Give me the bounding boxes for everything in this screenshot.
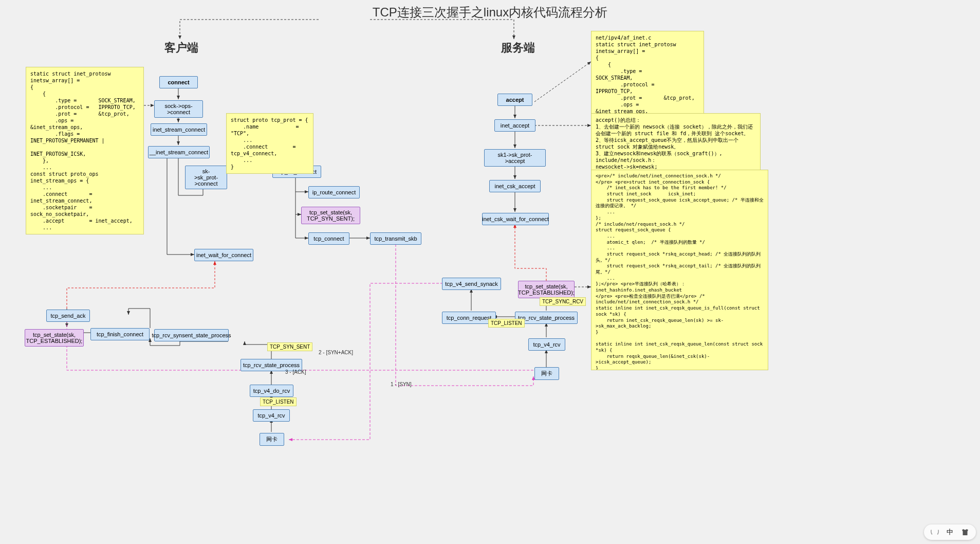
horns-icon[interactable] [930,528,939,536]
node-tcp-v4-do-rcv[interactable]: tcp_v4_do_rcv [250,385,293,397]
node-tcp-connect[interactable]: tcp_connect [308,232,349,245]
server-heading: 服务端 [501,40,535,56]
node-tcp-v4-rcv-client[interactable]: tcp_v4_rcv [253,409,290,422]
label-syn-ack: 2 - [SYN+ACK] [319,350,353,355]
tshirt-icon[interactable] [960,528,970,536]
note-inetsw-array-client: static struct inet_protosw inetsw_array[… [26,67,144,234]
label-tcp-listen-client: TCP_LISTEN [260,397,297,406]
node-tcp-set-state-established-client[interactable]: tcp_set_state(sk, TCP_ESTABLISHED); [25,329,84,347]
label-ack: 3 - [ACK] [285,369,306,375]
label-tcp-listen-server: TCP_LISTEN [488,319,525,328]
note-request-sock: <pre>/* include/net/inet_connection_sock… [591,170,768,370]
node-__inet-stream-connect[interactable]: __inet_stream_connect [148,146,210,158]
node-nic-server[interactable]: 网卡 [534,367,559,380]
node-sock-ops-connect[interactable]: sock->ops->connect [154,100,203,118]
node-tcp-v4-rcv-server[interactable]: tcp_v4_rcv [528,338,565,351]
diagram-title: TCP连接三次握手之linux内核代码流程分析 [373,4,607,21]
node-sk-sk-prot-connect[interactable]: sk->sk_prot->connect [185,166,227,189]
node-accept[interactable]: accept [497,94,532,106]
node-tcp-set-state-established-server[interactable]: tcp_set_state(sk, TCP_ESTABLISHED); [518,281,575,298]
node-tcp-finish-connect[interactable]: tcp_finish_connect [90,328,150,340]
node-tcp-rcv-synsent-state-process[interactable]: tcp_rcv_synsent_state_process [154,329,229,341]
node-tcp-set-state-syn-sent[interactable]: tcp_set_state(sk, TCP_SYN_SENT); [301,207,360,224]
bottom-toolbar: 中 [924,524,976,540]
label-syn: 1 - [SYN] [391,382,412,387]
node-ip-route-connect[interactable]: ip_route_connect [308,186,360,198]
node-inet-stream-connect[interactable]: inet_stream_connect [151,123,207,136]
node-tcp-v4-send-synack[interactable]: tcp_v4_send_synack [442,278,501,290]
node-inet-csk-accept[interactable]: inet_csk_accept [489,180,541,192]
node-inet-wait-for-connect[interactable]: inet_wait_for_connect [194,249,253,261]
label-tcp-syn-sent: TCP_SYN_SENT [267,342,312,351]
client-heading: 客户端 [164,40,198,56]
node-nic-client[interactable]: 网卡 [260,433,284,446]
node-inet-accept[interactable]: inet_accept [494,119,535,132]
label-tcp-sync-rcv: TCP_SYNC_RCV [540,297,586,306]
node-inet-csk-wait-for-connect[interactable]: inet_csk_wait_for_connect [482,213,549,225]
connectors [0,0,980,544]
note-tcp-prot: struct proto tcp_prot = { .name = "TCP",… [226,113,313,174]
node-sk1-sk-prot-accept[interactable]: sk1->sk_prot->accept [484,149,546,167]
node-tcp-transmit-skb[interactable]: tcp_transmit_skb [370,232,421,245]
language-toggle-button[interactable]: 中 [944,527,956,538]
node-tcp-send-ack[interactable]: tcp_send_ack [46,310,90,322]
node-connect[interactable]: connect [159,76,198,88]
